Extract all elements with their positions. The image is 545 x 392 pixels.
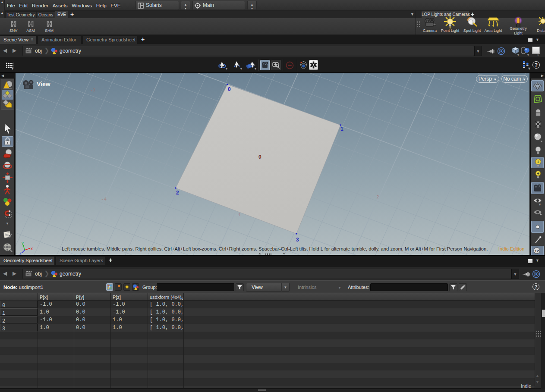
svg-text:y: y <box>22 241 24 245</box>
svg-text:+: + <box>537 171 539 176</box>
svg-text:3: 3 <box>296 237 299 243</box>
svg-text:-4: -4 <box>101 197 107 202</box>
svg-text:2: 2 <box>376 194 379 200</box>
svg-text:1: 1 <box>340 126 343 132</box>
svg-text:0: 0 <box>228 86 231 92</box>
svg-text:-4: -4 <box>235 212 241 217</box>
svg-text:x: x <box>31 246 33 251</box>
svg-text:z: z <box>19 251 22 255</box>
svg-text:View: View <box>37 81 50 88</box>
svg-text:0: 0 <box>258 154 261 160</box>
svg-text:12: 12 <box>535 249 539 253</box>
svg-text:Indie Edition: Indie Edition <box>498 246 525 251</box>
svg-text:-3: -3 <box>90 88 95 93</box>
svg-text:+: + <box>537 160 539 164</box>
svg-text:2: 2 <box>176 190 179 196</box>
svg-text:Left mouse tumbles. Middle pan: Left mouse tumbles. Middle pans. Right d… <box>62 246 488 251</box>
